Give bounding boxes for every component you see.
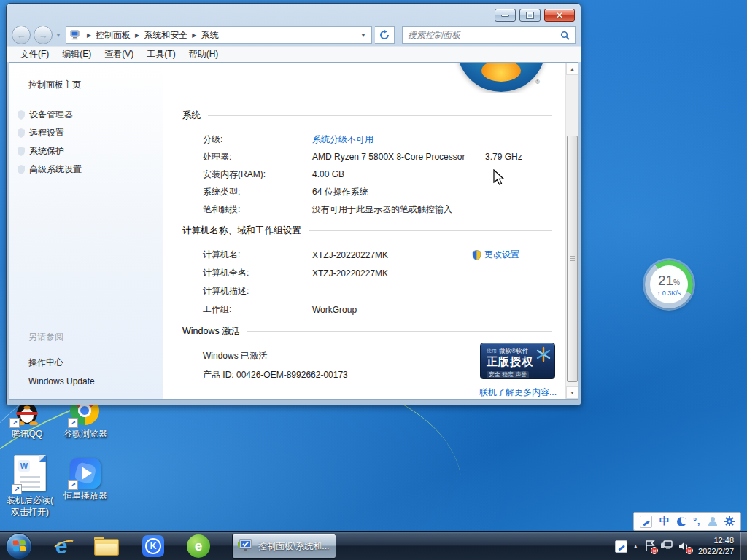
address-dropdown-icon[interactable]: ▼ [360, 32, 366, 39]
minimize-button[interactable] [495, 9, 516, 22]
menu-file[interactable]: 文件(F) [14, 48, 55, 61]
clock-date: 2022/2/27 [698, 546, 734, 557]
taskbar: e K e 控制面板\系统和... ▲ ✕ [0, 531, 747, 560]
sidebar-item-remote-settings[interactable]: 远程设置 [9, 124, 163, 142]
info-row-description: 计算机描述: [182, 282, 552, 300]
sidebar-item-device-manager[interactable]: 设备管理器 [9, 106, 163, 124]
taskbar-explorer-button[interactable] [93, 534, 120, 558]
change-settings-link[interactable]: 更改设置 [472, 249, 552, 261]
breadcrumb-arrow-icon[interactable]: ▶ [192, 32, 196, 39]
volume-muted-icon[interactable]: ✕ [678, 540, 690, 552]
rating-link[interactable]: 系统分级不可用 [312, 133, 485, 146]
learn-more-link[interactable]: 联机了解更多内容... [479, 386, 557, 399]
address-bar[interactable]: ▶ 控制面板 ▶ 系统和安全 ▶ 系统 ▼ [66, 26, 372, 44]
ime-settings-gear-icon[interactable] [724, 516, 735, 526]
sidebar-item-action-center[interactable]: 操作中心 [9, 354, 163, 372]
sidebar-item-label: 远程设置 [29, 127, 64, 139]
row-label: 计算机名: [203, 249, 312, 261]
ime-language-bar: 中 °, [633, 512, 741, 531]
breadcrumb-system[interactable]: 系统 [201, 29, 218, 42]
row-label: 计算机全名: [203, 267, 312, 279]
shortcut-arrow-icon: ↗ [9, 418, 20, 428]
taskbar-k-app-button[interactable]: K [140, 534, 166, 558]
scroll-down-arrow[interactable]: ▼ [566, 386, 578, 399]
sidebar-item-advanced-settings[interactable]: 高级系统设置 [9, 160, 163, 179]
title-bar[interactable]: ✕ [7, 4, 581, 24]
cpu-percent: 21 [658, 273, 673, 288]
user-lexicon-icon[interactable] [708, 517, 717, 526]
sidebar-item-windows-update[interactable]: Windows Update [9, 372, 163, 390]
info-row-pen-touch: 笔和触摸: 没有可用于此显示器的笔或触控输入 [182, 201, 552, 218]
tray-ime-icon[interactable] [615, 540, 627, 553]
punctuation-mode-icon[interactable]: °, [693, 516, 700, 526]
show-hidden-icons-arrow[interactable]: ▲ [632, 543, 638, 550]
row-label: 系统类型: [203, 186, 312, 198]
search-input[interactable]: 搜索控制面板 [402, 26, 576, 44]
refresh-button[interactable] [375, 26, 395, 44]
search-placeholder: 搜索控制面板 [408, 29, 560, 42]
desktop-icon-label: 谷歌浏览器 [57, 429, 114, 440]
sidebar-item-label: 设备管理器 [29, 109, 73, 121]
menu-bar: 文件(F) 编辑(E) 查看(V) 工具(T) 帮助(H) [7, 46, 581, 62]
search-icon[interactable] [560, 31, 570, 40]
ime-chinese-mode[interactable]: 中 [659, 515, 670, 528]
row-label: 分级: [203, 133, 312, 146]
section-title: 系统 [182, 109, 201, 122]
breadcrumb-arrow-icon[interactable]: ▶ [135, 32, 139, 39]
info-row-processor: 处理器: AMD Ryzen 7 5800X 8-Core Processor … [182, 148, 552, 166]
mouse-cursor [493, 169, 506, 187]
row-value: XTZJ-20220227MK [312, 250, 472, 260]
sidebar: 控制面板主页 设备管理器 远程设置 系统保护 高级系统设置 另请参阅 操作中心 … [9, 63, 163, 399]
restore-button[interactable] [519, 9, 541, 22]
taskbar-ie-button[interactable]: e [48, 534, 74, 558]
shortcut-arrow-icon: ↗ [68, 480, 78, 490]
section-divider [208, 115, 552, 116]
halfwidth-moon-icon[interactable] [677, 517, 686, 526]
desktop-icon-readme[interactable]: W ↗ 装机后必读( 双击打开) [1, 455, 58, 518]
shield-icon [17, 110, 26, 120]
taskbar-active-window-button[interactable]: 控制面板\系统和... [232, 534, 336, 559]
ime-status-icon[interactable] [640, 516, 652, 528]
sidebar-item-home[interactable]: 控制面板主页 [9, 63, 163, 91]
desktop-icon-label: 恒星播放器 [57, 491, 114, 502]
show-desktop-button[interactable] [740, 532, 747, 560]
shield-icon [17, 147, 26, 156]
menu-view[interactable]: 查看(V) [98, 48, 140, 61]
sidebar-item-label: 系统保护 [29, 145, 64, 158]
change-settings-label: 更改设置 [484, 249, 519, 261]
row-value: 4.00 GB [312, 169, 485, 179]
uac-shield-icon [472, 250, 481, 260]
k-app-icon: K [142, 535, 164, 557]
network-icon[interactable] [660, 540, 673, 552]
breadcrumb-system-security[interactable]: 系统和安全 [144, 29, 187, 42]
start-button[interactable] [6, 533, 32, 559]
tray-clock[interactable]: 12:48 2022/2/27 [698, 535, 734, 557]
back-button[interactable]: ← [12, 26, 31, 44]
history-chevron-icon[interactable]: ▼ [55, 32, 61, 39]
row-value: 没有可用于此显示器的笔或触控输入 [312, 203, 485, 216]
menu-edit[interactable]: 编辑(E) [55, 48, 98, 61]
scroll-up-arrow[interactable]: ▲ [566, 63, 578, 75]
breadcrumb-control-panel[interactable]: 控制面板 [96, 29, 131, 42]
desktop-icon-player[interactable]: ↗ 恒星播放器 [57, 458, 114, 502]
shield-icon [17, 165, 26, 174]
netspeed-widget[interactable]: 21% ↑ 0.3K/s [645, 260, 693, 308]
scrollbar-thumb[interactable] [567, 136, 578, 382]
menu-tools[interactable]: 工具(T) [140, 48, 182, 61]
menu-help[interactable]: 帮助(H) [182, 48, 225, 61]
breadcrumb-arrow-icon: ▶ [87, 32, 91, 39]
action-center-flag-icon[interactable]: ✕ [645, 540, 655, 552]
forward-button[interactable]: → [34, 26, 53, 44]
row-value: WorkGroup [312, 305, 472, 315]
badge-line1: 微软®软件 [499, 347, 528, 355]
main-content: ® 系统 分级: 系统分级不可用 处理器: AMD Ryzen 7 58 [163, 63, 565, 399]
genuine-software-badge: 使用 微软®软件 正版授权 安全 稳定 声誉 [480, 343, 555, 379]
sidebar-item-system-protection[interactable]: 系统保护 [9, 142, 163, 160]
row-value: AMD Ryzen 7 5800X 8-Core Processor [312, 152, 485, 162]
close-button[interactable]: ✕ [544, 9, 575, 22]
badge-use: 使用 [487, 348, 497, 354]
taskbar-360-browser-button[interactable]: e [185, 534, 212, 558]
active-window-title: 控制面板\系统和... [258, 540, 329, 553]
vertical-scrollbar[interactable]: ▲ ▼ [565, 63, 578, 399]
registered-mark: ® [535, 79, 540, 85]
